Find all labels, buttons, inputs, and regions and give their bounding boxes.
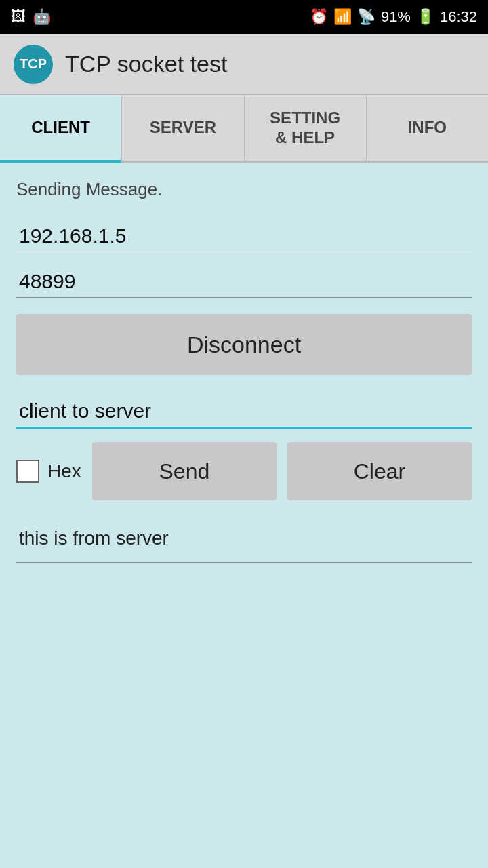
disconnect-button[interactable]: Disconnect bbox=[16, 314, 472, 375]
hex-checkbox[interactable] bbox=[16, 460, 39, 483]
signal-icon: 📡 bbox=[357, 8, 375, 26]
port-input[interactable] bbox=[16, 264, 472, 298]
tab-setting-label: SETTING& HELP bbox=[270, 108, 340, 148]
battery-percent: 91% bbox=[381, 8, 411, 26]
title-bar: TCP TCP socket test bbox=[0, 34, 488, 95]
wifi-icon: 📶 bbox=[333, 8, 352, 26]
hex-label: Hex bbox=[47, 460, 81, 482]
tab-client[interactable]: CLIENT bbox=[0, 95, 122, 161]
tab-client-label: CLIENT bbox=[31, 118, 90, 138]
tab-info[interactable]: INFO bbox=[367, 95, 488, 161]
sending-message-label: Sending Message. bbox=[16, 179, 472, 200]
message-input[interactable] bbox=[16, 394, 472, 429]
app-icon: TCP bbox=[14, 45, 53, 84]
tab-bar: CLIENT SERVER SETTING& HELP INFO bbox=[0, 95, 488, 163]
battery-icon: 🔋 bbox=[416, 8, 434, 26]
client-content: Sending Message. Disconnect Hex Send Cle… bbox=[0, 163, 488, 868]
android-icon: 🤖 bbox=[33, 8, 51, 26]
status-bar: 🖼 🤖 ⏰ 📶 📡 91% 🔋 16:32 bbox=[0, 0, 488, 34]
app-icon-label: TCP bbox=[20, 56, 47, 72]
status-right-icons: ⏰ 📶 📡 91% 🔋 16:32 bbox=[310, 8, 477, 26]
tab-setting[interactable]: SETTING& HELP bbox=[245, 95, 367, 161]
tab-server[interactable]: SERVER bbox=[122, 95, 244, 161]
send-button[interactable]: Send bbox=[92, 442, 277, 500]
action-row: Hex Send Clear bbox=[16, 442, 472, 500]
hex-option: Hex bbox=[16, 460, 81, 483]
clear-button[interactable]: Clear bbox=[287, 442, 472, 500]
tab-info-label: INFO bbox=[408, 118, 447, 138]
tab-server-label: SERVER bbox=[150, 118, 216, 138]
ip-address-input[interactable] bbox=[16, 219, 472, 252]
time-display: 16:32 bbox=[440, 8, 477, 26]
alarm-icon: ⏰ bbox=[310, 8, 328, 26]
image-icon: 🖼 bbox=[11, 8, 26, 26]
app-title: TCP socket test bbox=[65, 51, 227, 77]
received-message: this is from server bbox=[16, 522, 472, 563]
status-left-icons: 🖼 🤖 bbox=[11, 8, 51, 26]
